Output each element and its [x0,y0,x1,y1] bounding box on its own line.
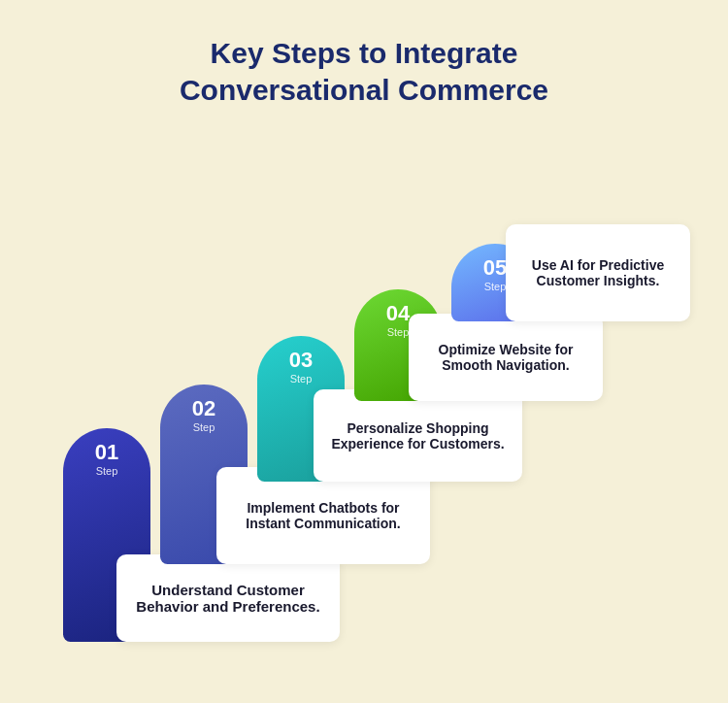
step-card-4: Optimize Website for Smooth Navigation. [409,314,603,401]
step-card-1: Understand Customer Behavior and Prefere… [116,554,340,642]
step-card-3: Personalize Shopping Experience for Cust… [314,389,522,482]
staircase-diagram: 01 Step Understand Customer Behavior and… [63,137,665,642]
page-title: Key Steps to Integrate Conversational Co… [180,35,548,108]
step-card-2: Implement Chatbots for Instant Communica… [216,467,430,564]
step-card-5: Use AI for Predictive Customer Insights. [506,224,690,321]
